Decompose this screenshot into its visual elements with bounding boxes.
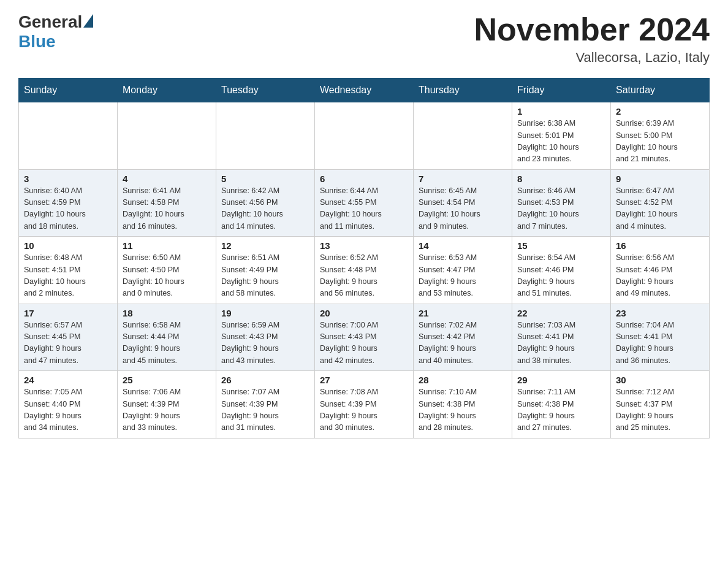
day-number: 1 [517,106,605,117]
day-info: Sunrise: 6:57 AM Sunset: 4:45 PM Dayligh… [24,320,112,367]
table-row: 15Sunrise: 6:54 AM Sunset: 4:46 PM Dayli… [512,237,611,304]
table-row: 5Sunrise: 6:42 AM Sunset: 4:56 PM Daylig… [216,169,315,237]
calendar-table: Sunday Monday Tuesday Wednesday Thursday… [18,78,710,439]
table-row: 19Sunrise: 6:59 AM Sunset: 4:43 PM Dayli… [216,304,315,371]
table-row: 11Sunrise: 6:50 AM Sunset: 4:50 PM Dayli… [118,237,216,304]
day-info: Sunrise: 7:12 AM Sunset: 4:37 PM Dayligh… [616,386,704,434]
day-info: Sunrise: 6:59 AM Sunset: 4:43 PM Dayligh… [221,320,309,367]
table-row: 12Sunrise: 6:51 AM Sunset: 4:49 PM Dayli… [216,237,315,304]
table-row: 2Sunrise: 6:39 AM Sunset: 5:00 PM Daylig… [611,102,710,170]
table-row: 29Sunrise: 7:11 AM Sunset: 4:38 PM Dayli… [512,371,611,439]
day-number: 28 [419,375,507,385]
day-number: 27 [320,375,408,385]
table-row: 10Sunrise: 6:48 AM Sunset: 4:51 PM Dayli… [19,237,118,304]
day-info: Sunrise: 6:52 AM Sunset: 4:48 PM Dayligh… [320,252,408,300]
table-row: 22Sunrise: 7:03 AM Sunset: 4:41 PM Dayli… [512,304,611,371]
table-row: 18Sunrise: 6:58 AM Sunset: 4:44 PM Dayli… [118,304,216,371]
day-number: 30 [616,375,704,385]
col-sunday: Sunday [19,79,118,102]
day-info: Sunrise: 6:39 AM Sunset: 5:00 PM Dayligh… [616,118,704,166]
day-number: 3 [24,174,112,184]
day-number: 16 [616,240,704,251]
table-row: 20Sunrise: 7:00 AM Sunset: 4:43 PM Dayli… [315,304,414,371]
table-row: 28Sunrise: 7:10 AM Sunset: 4:38 PM Dayli… [414,371,512,439]
location-title: Vallecorsa, Lazio, Italy [474,50,710,66]
day-number: 10 [24,240,112,251]
day-number: 9 [616,174,704,184]
day-number: 14 [419,240,507,251]
logo-general-text: General [18,12,93,32]
table-row: 25Sunrise: 7:06 AM Sunset: 4:39 PM Dayli… [118,371,216,439]
calendar-week-row: 17Sunrise: 6:57 AM Sunset: 4:45 PM Dayli… [19,304,710,371]
day-number: 26 [221,375,309,385]
day-info: Sunrise: 6:42 AM Sunset: 4:56 PM Dayligh… [221,185,309,233]
col-thursday: Thursday [414,79,512,102]
day-number: 6 [320,174,408,184]
table-row: 6Sunrise: 6:44 AM Sunset: 4:55 PM Daylig… [315,169,414,237]
logo-general-word: General [18,12,82,32]
day-number: 11 [123,240,211,251]
day-info: Sunrise: 7:07 AM Sunset: 4:39 PM Dayligh… [221,386,309,434]
day-number: 15 [517,240,605,251]
day-info: Sunrise: 6:48 AM Sunset: 4:51 PM Dayligh… [24,252,112,300]
logo: General Blue [18,12,93,52]
table-row: 3Sunrise: 6:40 AM Sunset: 4:59 PM Daylig… [19,169,118,237]
day-number: 21 [419,308,507,318]
table-row: 24Sunrise: 7:05 AM Sunset: 4:40 PM Dayli… [19,371,118,439]
day-number: 12 [221,240,309,251]
calendar-week-row: 3Sunrise: 6:40 AM Sunset: 4:59 PM Daylig… [19,169,710,237]
day-info: Sunrise: 6:54 AM Sunset: 4:46 PM Dayligh… [517,252,605,300]
table-row [216,102,315,170]
table-row: 23Sunrise: 7:04 AM Sunset: 4:41 PM Dayli… [611,304,710,371]
table-row: 21Sunrise: 7:02 AM Sunset: 4:42 PM Dayli… [414,304,512,371]
table-row: 1Sunrise: 6:38 AM Sunset: 5:01 PM Daylig… [512,102,611,170]
day-info: Sunrise: 6:47 AM Sunset: 4:52 PM Dayligh… [616,185,704,233]
table-row [414,102,512,170]
day-number: 23 [616,308,704,318]
calendar-week-row: 10Sunrise: 6:48 AM Sunset: 4:51 PM Dayli… [19,237,710,304]
table-row: 8Sunrise: 6:46 AM Sunset: 4:53 PM Daylig… [512,169,611,237]
month-title: November 2024 [474,12,710,47]
day-info: Sunrise: 7:02 AM Sunset: 4:42 PM Dayligh… [419,320,507,367]
day-info: Sunrise: 6:51 AM Sunset: 4:49 PM Dayligh… [221,252,309,300]
calendar-header-row: Sunday Monday Tuesday Wednesday Thursday… [19,79,710,102]
title-section: November 2024 Vallecorsa, Lazio, Italy [474,12,710,66]
table-row: 13Sunrise: 6:52 AM Sunset: 4:48 PM Dayli… [315,237,414,304]
col-wednesday: Wednesday [315,79,414,102]
table-row: 9Sunrise: 6:47 AM Sunset: 4:52 PM Daylig… [611,169,710,237]
day-number: 13 [320,240,408,251]
logo-blue-text: Blue [18,32,56,52]
table-row [19,102,118,170]
day-number: 17 [24,308,112,318]
col-monday: Monday [118,79,216,102]
table-row: 7Sunrise: 6:45 AM Sunset: 4:54 PM Daylig… [414,169,512,237]
day-info: Sunrise: 7:11 AM Sunset: 4:38 PM Dayligh… [517,386,605,434]
day-info: Sunrise: 6:45 AM Sunset: 4:54 PM Dayligh… [419,185,507,233]
day-info: Sunrise: 6:40 AM Sunset: 4:59 PM Dayligh… [24,185,112,233]
day-number: 18 [123,308,211,318]
day-info: Sunrise: 6:53 AM Sunset: 4:47 PM Dayligh… [419,252,507,300]
table-row: 30Sunrise: 7:12 AM Sunset: 4:37 PM Dayli… [611,371,710,439]
day-number: 8 [517,174,605,184]
calendar-week-row: 24Sunrise: 7:05 AM Sunset: 4:40 PM Dayli… [19,371,710,439]
day-number: 5 [221,174,309,184]
day-info: Sunrise: 7:10 AM Sunset: 4:38 PM Dayligh… [419,386,507,434]
day-info: Sunrise: 6:58 AM Sunset: 4:44 PM Dayligh… [123,320,211,367]
day-info: Sunrise: 7:03 AM Sunset: 4:41 PM Dayligh… [517,320,605,367]
day-info: Sunrise: 7:08 AM Sunset: 4:39 PM Dayligh… [320,386,408,434]
day-info: Sunrise: 7:06 AM Sunset: 4:39 PM Dayligh… [123,386,211,434]
day-number: 22 [517,308,605,318]
table-row: 16Sunrise: 6:56 AM Sunset: 4:46 PM Dayli… [611,237,710,304]
day-info: Sunrise: 6:46 AM Sunset: 4:53 PM Dayligh… [517,185,605,233]
table-row: 27Sunrise: 7:08 AM Sunset: 4:39 PM Dayli… [315,371,414,439]
day-number: 29 [517,375,605,385]
table-row: 14Sunrise: 6:53 AM Sunset: 4:47 PM Dayli… [414,237,512,304]
day-info: Sunrise: 6:56 AM Sunset: 4:46 PM Dayligh… [616,252,704,300]
day-number: 2 [616,106,704,117]
calendar-week-row: 1Sunrise: 6:38 AM Sunset: 5:01 PM Daylig… [19,102,710,170]
day-number: 4 [123,174,211,184]
day-info: Sunrise: 6:41 AM Sunset: 4:58 PM Dayligh… [123,185,211,233]
day-info: Sunrise: 6:44 AM Sunset: 4:55 PM Dayligh… [320,185,408,233]
day-info: Sunrise: 7:04 AM Sunset: 4:41 PM Dayligh… [616,320,704,367]
page-header: General Blue November 2024 Vallecorsa, L… [18,12,710,66]
